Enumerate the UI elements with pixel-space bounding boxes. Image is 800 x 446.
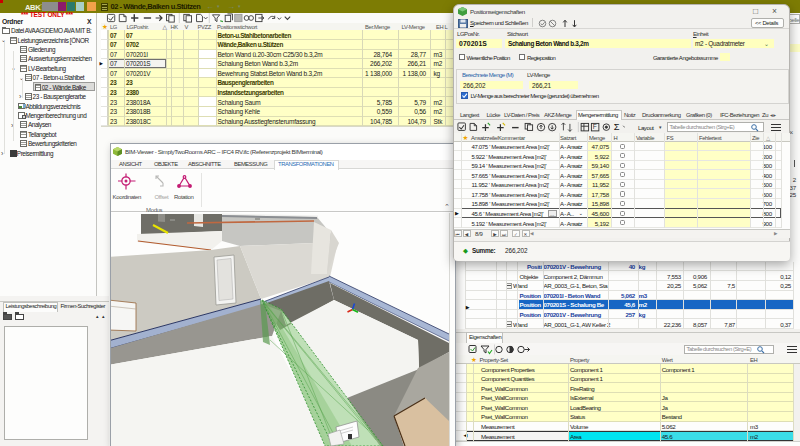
svg-text:F: F (593, 123, 597, 130)
svg-text:Σ: Σ (614, 122, 620, 132)
